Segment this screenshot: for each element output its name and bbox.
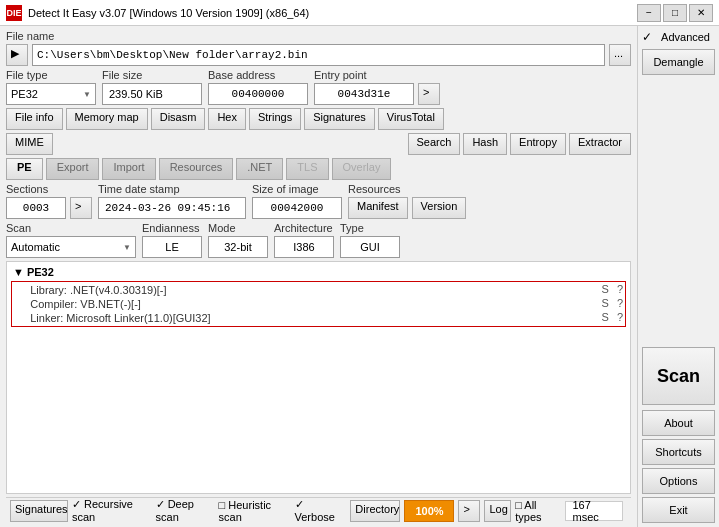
endian-label: Endianness (142, 222, 202, 234)
exit-button[interactable]: Exit (642, 497, 715, 523)
sizeofimage-value: 00042000 (252, 197, 342, 219)
tab-import[interactable]: Import (102, 158, 155, 180)
tab-tls[interactable]: TLS (286, 158, 328, 180)
browse-button[interactable]: ... (609, 44, 631, 66)
resources-btns: Manifest Version (348, 197, 466, 219)
progress-next-btn[interactable]: > (458, 500, 480, 522)
baseaddr-group: Base address 00400000 (208, 69, 308, 105)
all-types-label[interactable]: □ All types (515, 499, 561, 523)
progress-button[interactable]: 100% (404, 500, 454, 522)
options-button[interactable]: Options (642, 468, 715, 494)
extractor-button[interactable]: Extractor (569, 133, 631, 155)
scan-mode-value: Automatic (11, 241, 60, 253)
tab-resources[interactable]: Resources (159, 158, 234, 180)
type-label: Type (340, 222, 400, 234)
result-s-2: S (602, 311, 609, 325)
tab-export[interactable]: Export (46, 158, 100, 180)
scan-label: Scan (6, 222, 136, 234)
mime-button[interactable]: MIME (6, 133, 53, 155)
type-value: GUI (340, 236, 400, 258)
endian-group: Endianness LE (142, 222, 202, 258)
scan-mode-group: Scan Automatic ▼ (6, 222, 136, 258)
virustotal-button[interactable]: VirusTotal (378, 108, 444, 130)
sizeofimage-label: Size of image (252, 183, 342, 195)
filesize-group: File size 239.50 KiB (102, 69, 202, 105)
result-row-2: Linker: Microsoft Linker(11.0)[GUI32] S … (14, 311, 623, 325)
result-s-0: S (602, 283, 609, 297)
result-text-0: Library: .NET(v4.0.30319)[-] (14, 283, 171, 297)
filetype-arrow: ▼ (83, 90, 91, 99)
result-highlight-box: Library: .NET(v4.0.30319)[-] S ? Compile… (11, 281, 626, 327)
hex-button[interactable]: Hex (208, 108, 246, 130)
fileinfo-button[interactable]: File info (6, 108, 63, 130)
pe32-label: ▼ PE32 (13, 266, 54, 278)
sections-next-btn[interactable]: > (70, 197, 92, 219)
resources-label: Resources (348, 183, 466, 195)
tab-overlay[interactable]: Overlay (332, 158, 392, 180)
disasm-button[interactable]: Disasm (151, 108, 206, 130)
status-time: 167 msec (565, 501, 623, 521)
entropy-button[interactable]: Entropy (510, 133, 566, 155)
manifest-button[interactable]: Manifest (348, 197, 408, 219)
memorymap-button[interactable]: Memory map (66, 108, 148, 130)
pe32-header: ▼ PE32 (9, 264, 628, 280)
result-text-1: Compiler: VB.NET(-)[-] (14, 297, 145, 311)
path-input[interactable] (32, 44, 605, 66)
arch-group: Architecture I386 (274, 222, 334, 258)
window-controls: − □ ✕ (637, 4, 713, 22)
directory-button[interactable]: Directory (350, 500, 400, 522)
path-arrow-btn[interactable]: ▶ (6, 44, 28, 66)
entrypoint-group: Entry point 0043d31e > (314, 69, 440, 105)
shortcuts-button[interactable]: Shortcuts (642, 439, 715, 465)
toolbar-row2: MIME Search Hash Entropy Extractor (6, 133, 631, 155)
sections-value: 0003 (6, 197, 66, 219)
sections-group: Sections 0003 > (6, 183, 92, 219)
status-bar: Signatures ✓ Recursive scan ✓ Deep scan … (6, 497, 631, 523)
signatures-status-button[interactable]: Signatures (10, 500, 68, 522)
filename-group: File name ▶ ... (6, 30, 631, 66)
log-button[interactable]: Log (484, 500, 511, 522)
tab-pe[interactable]: PE (6, 158, 43, 180)
timedatestamp-label: Time date stamp (98, 183, 246, 195)
main-content: File name ▶ ... File type PE32 ▼ File si… (0, 26, 719, 527)
hash-button[interactable]: Hash (463, 133, 507, 155)
endian-value: LE (142, 236, 202, 258)
entrypoint-btn[interactable]: > (418, 83, 440, 105)
signatures-button[interactable]: Signatures (304, 108, 375, 130)
filesize-label: File size (102, 69, 202, 81)
filetype-dropdown[interactable]: PE32 ▼ (6, 83, 96, 105)
filename-label: File name (6, 30, 631, 42)
entrypoint-label: Entry point (314, 69, 440, 81)
right-sidebar: ✓ AdvancedDemangleScanAboutShortcutsOpti… (637, 26, 719, 527)
demangle-button[interactable]: Demangle (642, 49, 715, 75)
mode-label: Mode (208, 222, 268, 234)
file-info-row: File type PE32 ▼ File size 239.50 KiB Ba… (6, 69, 631, 105)
tab-net[interactable]: .NET (236, 158, 283, 180)
mode-value: 32-bit (208, 236, 268, 258)
sizeofimage-group: Size of image 00042000 (252, 183, 342, 219)
search-button[interactable]: Search (408, 133, 461, 155)
about-button[interactable]: About (642, 410, 715, 436)
close-button[interactable]: ✕ (689, 4, 713, 22)
result-text-2: Linker: Microsoft Linker(11.0)[GUI32] (14, 311, 215, 325)
toolbar-row1: File info Memory map Disasm Hex Strings … (6, 108, 631, 130)
minimize-button[interactable]: − (637, 4, 661, 22)
scan-mode-dropdown[interactable]: Automatic ▼ (6, 236, 136, 258)
timedatestamp-group: Time date stamp 2024-03-26 09:45:16 (98, 183, 246, 219)
scan-button[interactable]: Scan (642, 347, 715, 405)
arch-value: I386 (274, 236, 334, 258)
recursive-scan-label[interactable]: ✓ Recursive scan (72, 498, 152, 523)
title-text: Detect It Easy v3.07 [Windows 10 Version… (28, 7, 309, 19)
sections-row: Sections 0003 > Time date stamp 2024-03-… (6, 183, 631, 219)
verbose-label[interactable]: ✓ Verbose (295, 498, 343, 523)
deep-scan-label[interactable]: ✓ Deep scan (156, 498, 215, 523)
baseaddr-label: Base address (208, 69, 308, 81)
type-group: Type GUI (340, 222, 400, 258)
advanced-check: ✓ (642, 30, 652, 44)
sections-label: Sections (6, 183, 92, 195)
advanced-label: Advanced (661, 31, 710, 43)
version-button[interactable]: Version (412, 197, 467, 219)
maximize-button[interactable]: □ (663, 4, 687, 22)
heuristic-scan-label[interactable]: □ Heuristic scan (219, 499, 291, 523)
strings-button[interactable]: Strings (249, 108, 301, 130)
